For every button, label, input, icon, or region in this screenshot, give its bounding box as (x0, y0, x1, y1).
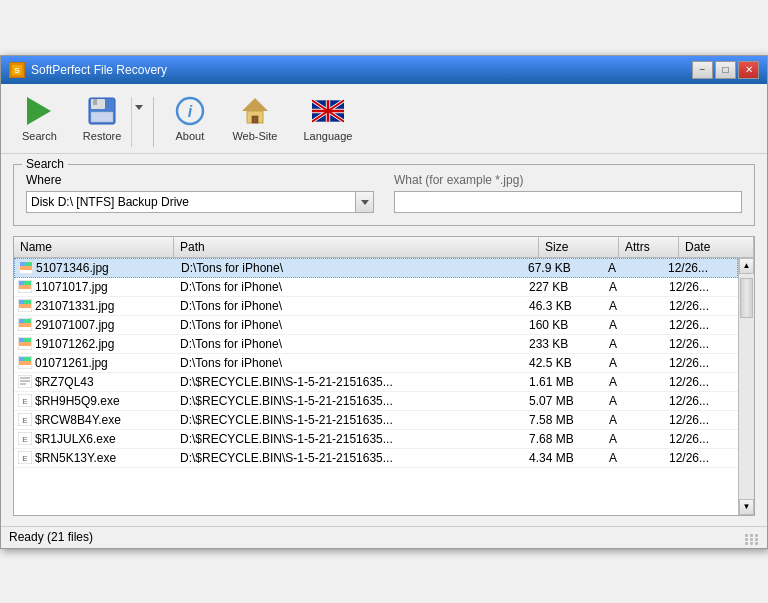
table-row[interactable]: 11071017.jpg D:\Tons for iPhone\ 227 KB … (14, 278, 738, 297)
grip-dot (745, 538, 748, 541)
file-path-cell: D:\Tons for iPhone\ (175, 259, 522, 277)
table-row[interactable]: $RZ7QL43 D:\$RECYCLE.BIN\S-1-5-21-215163… (14, 373, 738, 392)
svg-rect-12 (252, 116, 258, 123)
file-date-cell: 12/26... (663, 297, 738, 315)
file-attrs-cell: A (603, 297, 663, 315)
file-size-cell: 7.58 MB (523, 411, 603, 429)
grip-dot (750, 538, 753, 541)
scrollbar-track[interactable] (739, 274, 754, 499)
svg-text:E: E (22, 454, 27, 463)
file-path-cell: D:\$RECYCLE.BIN\S-1-5-21-2151635... (174, 373, 523, 391)
file-list-body[interactable]: 51071346.jpg D:\Tons for iPhone\ 67.9 KB… (14, 258, 738, 515)
grip-dots (745, 534, 759, 545)
website-icon (239, 95, 271, 127)
search-button[interactable]: Search (11, 90, 68, 147)
table-row[interactable]: 51071346.jpg D:\Tons for iPhone\ 67.9 KB… (14, 258, 738, 278)
table-row[interactable]: 01071261.jpg D:\Tons for iPhone\ 42.5 KB… (14, 354, 738, 373)
file-name-cell: 01071261.jpg (14, 354, 174, 372)
file-name: $R1JULX6.exe (35, 432, 116, 446)
svg-text:E: E (22, 416, 27, 425)
file-name: $RCW8B4Y.exe (35, 413, 121, 427)
column-header-date[interactable]: Date (679, 237, 754, 257)
scrollbar-thumb[interactable] (740, 278, 753, 318)
svg-rect-46 (24, 338, 31, 342)
svg-rect-52 (19, 361, 31, 365)
where-dropdown-arrow[interactable] (356, 191, 374, 213)
title-bar: S SoftPerfect File Recovery − □ ✕ (1, 56, 767, 84)
maximize-button[interactable]: □ (715, 61, 736, 79)
file-size-cell: 227 KB (523, 278, 603, 296)
file-attrs-cell: A (603, 449, 663, 467)
restore-button-label: Restore (83, 130, 122, 142)
resize-grip[interactable] (743, 529, 759, 545)
file-attrs-cell: A (603, 411, 663, 429)
file-size-cell: 4.34 MB (523, 449, 603, 467)
what-input[interactable] (394, 191, 742, 213)
column-header-name[interactable]: Name (14, 237, 174, 257)
minimize-button[interactable]: − (692, 61, 713, 79)
scroll-down-button[interactable]: ▼ (739, 499, 754, 515)
file-date-cell: 12/26... (663, 392, 738, 410)
svg-rect-50 (19, 357, 24, 361)
what-label: What (for example *.jpg) (394, 173, 742, 187)
file-path-cell: D:\Tons for iPhone\ (174, 316, 523, 334)
file-path-cell: D:\$RECYCLE.BIN\S-1-5-21-2151635... (174, 411, 523, 429)
close-button[interactable]: ✕ (738, 61, 759, 79)
where-field: Where Disk D:\ [NTFS] Backup Drive (26, 173, 374, 213)
svg-marker-22 (361, 200, 369, 205)
file-name-cell: E $RH9H5Q9.exe (14, 392, 174, 410)
about-button[interactable]: i About (162, 90, 217, 147)
search-button-label: Search (22, 130, 57, 142)
file-path-cell: D:\Tons for iPhone\ (174, 354, 523, 372)
column-header-path[interactable]: Path (174, 237, 539, 257)
file-type-icon (18, 318, 32, 331)
file-size-cell: 233 KB (523, 335, 603, 353)
what-field: What (for example *.jpg) (394, 173, 742, 213)
file-list-with-scroll: 51071346.jpg D:\Tons for iPhone\ 67.9 KB… (14, 258, 754, 515)
file-path-cell: D:\Tons for iPhone\ (174, 297, 523, 315)
table-row[interactable]: 231071331.jpg D:\Tons for iPhone\ 46.3 K… (14, 297, 738, 316)
svg-rect-47 (19, 342, 31, 346)
scroll-up-button[interactable]: ▲ (739, 258, 754, 274)
window-title: SoftPerfect File Recovery (31, 63, 167, 77)
status-text: Ready (21 files) (9, 530, 743, 544)
file-path-cell: D:\Tons for iPhone\ (174, 278, 523, 296)
svg-rect-37 (19, 304, 31, 308)
svg-text:i: i (188, 103, 193, 120)
about-icon: i (174, 95, 206, 127)
title-bar-left: S SoftPerfect File Recovery (9, 62, 167, 78)
file-name: $RZ7QL43 (35, 375, 94, 389)
table-row[interactable]: 191071262.jpg D:\Tons for iPhone\ 233 KB… (14, 335, 738, 354)
file-attrs-cell: A (603, 392, 663, 410)
file-list-header: Name Path Size Attrs Date (14, 237, 754, 258)
table-row[interactable]: E $R1JULX6.exe D:\$RECYCLE.BIN\S-1-5-21-… (14, 430, 738, 449)
column-header-attrs[interactable]: Attrs (619, 237, 679, 257)
file-path-cell: D:\$RECYCLE.BIN\S-1-5-21-2151635... (174, 449, 523, 467)
language-button[interactable]: Language (292, 90, 363, 147)
svg-marker-7 (135, 105, 143, 110)
about-button-label: About (176, 130, 205, 142)
restore-button[interactable]: Restore (72, 90, 132, 147)
column-header-size[interactable]: Size (539, 237, 619, 257)
svg-marker-10 (242, 98, 268, 111)
toolbar-separator-1 (153, 97, 154, 147)
file-type-icon (18, 337, 32, 350)
file-name: 191071262.jpg (35, 337, 114, 351)
table-row[interactable]: E $RN5K13Y.exe D:\$RECYCLE.BIN\S-1-5-21-… (14, 449, 738, 468)
file-date-cell: 12/26... (663, 373, 738, 391)
website-button[interactable]: Web-Site (221, 90, 288, 147)
file-name: $RH9H5Q9.exe (35, 394, 120, 408)
svg-rect-27 (20, 266, 32, 270)
svg-marker-2 (27, 97, 51, 125)
table-row[interactable]: 291071007.jpg D:\Tons for iPhone\ 160 KB… (14, 316, 738, 335)
file-name-cell: 291071007.jpg (14, 316, 174, 334)
restore-dropdown-arrow[interactable] (131, 97, 145, 147)
table-row[interactable]: E $RCW8B4Y.exe D:\$RECYCLE.BIN\S-1-5-21-… (14, 411, 738, 430)
svg-text:E: E (22, 435, 27, 444)
file-size-cell: 1.61 MB (523, 373, 603, 391)
where-dropdown[interactable]: Disk D:\ [NTFS] Backup Drive (26, 191, 356, 213)
table-row[interactable]: E $RH9H5Q9.exe D:\$RECYCLE.BIN\S-1-5-21-… (14, 392, 738, 411)
svg-rect-35 (19, 300, 24, 304)
file-path-cell: D:\$RECYCLE.BIN\S-1-5-21-2151635... (174, 392, 523, 410)
file-name-cell: E $R1JULX6.exe (14, 430, 174, 448)
